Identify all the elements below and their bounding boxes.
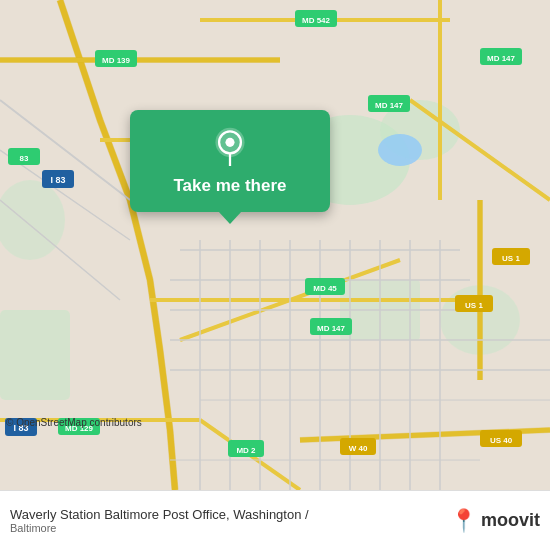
svg-text:US 1: US 1	[502, 254, 520, 263]
footer-title: Waverly Station Baltimore Post Office, W…	[10, 507, 440, 522]
footer-text: Waverly Station Baltimore Post Office, W…	[10, 507, 440, 534]
moovit-pin-icon: 📍	[450, 508, 477, 534]
svg-point-75	[225, 138, 234, 147]
svg-text:US 1: US 1	[465, 301, 483, 310]
map-container: I 83 MD 139 MD 139 MD 542 MD 147 MD 147 …	[0, 0, 550, 490]
map-svg: I 83 MD 139 MD 139 MD 542 MD 147 MD 147 …	[0, 0, 550, 490]
svg-text:MD 542: MD 542	[302, 16, 331, 25]
moovit-logo: 📍 moovit	[450, 508, 540, 534]
svg-text:MD 139: MD 139	[102, 56, 131, 65]
svg-text:I 83: I 83	[13, 423, 28, 433]
svg-point-7	[378, 134, 422, 166]
svg-text:MD 147: MD 147	[375, 101, 404, 110]
popup-label: Take me there	[173, 176, 286, 196]
location-pin-icon	[210, 126, 250, 166]
svg-rect-3	[0, 310, 70, 400]
svg-text:MD 2: MD 2	[236, 446, 256, 455]
footer: Waverly Station Baltimore Post Office, W…	[0, 490, 550, 550]
svg-text:US 40: US 40	[490, 436, 513, 445]
svg-text:I 83: I 83	[50, 175, 65, 185]
svg-text:W 40: W 40	[349, 444, 368, 453]
footer-subtitle: Baltimore	[10, 522, 440, 534]
take-me-there-popup[interactable]: Take me there	[130, 110, 330, 212]
moovit-text: moovit	[481, 510, 540, 531]
svg-text:MD 45: MD 45	[313, 284, 337, 293]
svg-text:83: 83	[20, 154, 29, 163]
svg-text:MD 147: MD 147	[317, 324, 346, 333]
svg-text:MD 129: MD 129	[65, 424, 94, 433]
svg-text:MD 147: MD 147	[487, 54, 516, 63]
